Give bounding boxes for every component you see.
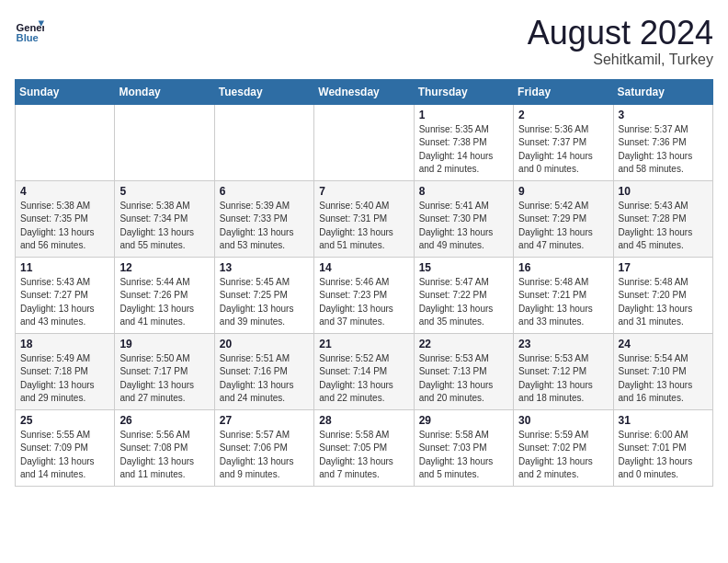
svg-text:Blue: Blue	[17, 32, 39, 43]
column-header-sunday: Sunday	[16, 79, 115, 104]
day-number: 30	[518, 414, 608, 427]
calendar-cell: 15Sunrise: 5:47 AM Sunset: 7:22 PM Dayli…	[414, 257, 513, 333]
calendar-week-row: 25Sunrise: 5:55 AM Sunset: 7:09 PM Dayli…	[16, 409, 713, 486]
day-number: 29	[419, 414, 508, 427]
column-header-thursday: Thursday	[414, 79, 513, 104]
day-info: Sunrise: 6:00 AM Sunset: 7:01 PM Dayligh…	[619, 429, 708, 482]
day-info: Sunrise: 5:44 AM Sunset: 7:26 PM Dayligh…	[119, 276, 209, 329]
day-info: Sunrise: 5:58 AM Sunset: 7:03 PM Dayligh…	[419, 429, 508, 482]
page-header: General Blue August 2024 Sehitkamil, Tur…	[15, 15, 713, 68]
day-info: Sunrise: 5:58 AM Sunset: 7:05 PM Dayligh…	[319, 429, 408, 482]
calendar-week-row: 1Sunrise: 5:35 AM Sunset: 7:38 PM Daylig…	[16, 104, 713, 180]
day-info: Sunrise: 5:39 AM Sunset: 7:33 PM Dayligh…	[220, 200, 309, 253]
day-number: 14	[319, 261, 408, 274]
column-header-tuesday: Tuesday	[214, 79, 313, 104]
day-info: Sunrise: 5:41 AM Sunset: 7:30 PM Dayligh…	[419, 200, 508, 253]
calendar-cell: 16Sunrise: 5:48 AM Sunset: 7:21 PM Dayli…	[514, 257, 613, 333]
day-info: Sunrise: 5:38 AM Sunset: 7:34 PM Dayligh…	[119, 200, 209, 253]
calendar-cell: 17Sunrise: 5:48 AM Sunset: 7:20 PM Dayli…	[613, 257, 712, 333]
day-info: Sunrise: 5:43 AM Sunset: 7:27 PM Dayligh…	[20, 276, 109, 329]
day-number: 21	[319, 338, 408, 350]
day-number: 26	[119, 414, 209, 427]
calendar-cell: 27Sunrise: 5:57 AM Sunset: 7:06 PM Dayli…	[214, 409, 313, 486]
day-info: Sunrise: 5:55 AM Sunset: 7:09 PM Dayligh…	[20, 429, 109, 482]
calendar-cell: 9Sunrise: 5:42 AM Sunset: 7:29 PM Daylig…	[514, 180, 613, 257]
calendar-week-row: 11Sunrise: 5:43 AM Sunset: 7:27 PM Dayli…	[16, 257, 713, 333]
column-header-friday: Friday	[514, 79, 613, 104]
day-info: Sunrise: 5:53 AM Sunset: 7:13 PM Dayligh…	[419, 352, 508, 406]
calendar-week-row: 4Sunrise: 5:38 AM Sunset: 7:35 PM Daylig…	[16, 180, 713, 257]
day-number: 31	[619, 414, 708, 427]
day-info: Sunrise: 5:52 AM Sunset: 7:14 PM Dayligh…	[319, 352, 408, 406]
calendar-body: 1Sunrise: 5:35 AM Sunset: 7:38 PM Daylig…	[16, 104, 713, 486]
day-number: 17	[619, 261, 708, 274]
calendar-header-row: SundayMondayTuesdayWednesdayThursdayFrid…	[16, 79, 713, 104]
day-info: Sunrise: 5:45 AM Sunset: 7:25 PM Dayligh…	[220, 276, 309, 329]
logo-icon: General Blue	[15, 15, 44, 44]
calendar-cell: 22Sunrise: 5:53 AM Sunset: 7:13 PM Dayli…	[414, 333, 513, 409]
day-info: Sunrise: 5:48 AM Sunset: 7:20 PM Dayligh…	[619, 276, 708, 329]
day-number: 7	[319, 185, 408, 198]
day-info: Sunrise: 5:56 AM Sunset: 7:08 PM Dayligh…	[119, 429, 209, 482]
calendar-cell: 11Sunrise: 5:43 AM Sunset: 7:27 PM Dayli…	[16, 257, 115, 333]
day-number: 11	[20, 261, 109, 274]
calendar-table: SundayMondayTuesdayWednesdayThursdayFrid…	[15, 79, 713, 487]
day-info: Sunrise: 5:40 AM Sunset: 7:31 PM Dayligh…	[319, 200, 408, 253]
day-number: 18	[20, 338, 109, 350]
day-number: 22	[419, 338, 508, 350]
column-header-monday: Monday	[115, 79, 214, 104]
day-info: Sunrise: 5:59 AM Sunset: 7:02 PM Dayligh…	[518, 429, 608, 482]
day-info: Sunrise: 5:53 AM Sunset: 7:12 PM Dayligh…	[518, 352, 608, 406]
calendar-cell: 18Sunrise: 5:49 AM Sunset: 7:18 PM Dayli…	[16, 333, 115, 409]
day-number: 15	[419, 261, 508, 274]
day-info: Sunrise: 5:42 AM Sunset: 7:29 PM Dayligh…	[518, 200, 608, 253]
calendar-cell: 8Sunrise: 5:41 AM Sunset: 7:30 PM Daylig…	[414, 180, 513, 257]
day-info: Sunrise: 5:51 AM Sunset: 7:16 PM Dayligh…	[220, 352, 309, 406]
calendar-cell: 2Sunrise: 5:36 AM Sunset: 7:37 PM Daylig…	[514, 104, 613, 180]
calendar-cell	[314, 104, 414, 180]
calendar-cell: 20Sunrise: 5:51 AM Sunset: 7:16 PM Dayli…	[214, 333, 313, 409]
day-info: Sunrise: 5:46 AM Sunset: 7:23 PM Dayligh…	[319, 276, 408, 329]
day-number: 19	[119, 338, 209, 350]
location-subtitle: Sehitkamil, Turkey	[528, 52, 713, 68]
day-number: 8	[419, 185, 508, 198]
calendar-cell: 14Sunrise: 5:46 AM Sunset: 7:23 PM Dayli…	[314, 257, 414, 333]
calendar-cell	[16, 104, 115, 180]
day-number: 27	[220, 414, 309, 427]
calendar-cell: 10Sunrise: 5:43 AM Sunset: 7:28 PM Dayli…	[613, 180, 712, 257]
calendar-cell: 12Sunrise: 5:44 AM Sunset: 7:26 PM Dayli…	[115, 257, 214, 333]
calendar-cell: 29Sunrise: 5:58 AM Sunset: 7:03 PM Dayli…	[414, 409, 513, 486]
day-info: Sunrise: 5:49 AM Sunset: 7:18 PM Dayligh…	[20, 352, 109, 406]
calendar-cell: 26Sunrise: 5:56 AM Sunset: 7:08 PM Dayli…	[115, 409, 214, 486]
calendar-cell	[115, 104, 214, 180]
day-number: 1	[419, 109, 508, 121]
day-info: Sunrise: 5:54 AM Sunset: 7:10 PM Dayligh…	[619, 352, 708, 406]
day-number: 6	[220, 185, 309, 198]
calendar-cell: 6Sunrise: 5:39 AM Sunset: 7:33 PM Daylig…	[214, 180, 313, 257]
column-header-wednesday: Wednesday	[314, 79, 414, 104]
calendar-cell: 4Sunrise: 5:38 AM Sunset: 7:35 PM Daylig…	[16, 180, 115, 257]
calendar-week-row: 18Sunrise: 5:49 AM Sunset: 7:18 PM Dayli…	[16, 333, 713, 409]
day-number: 13	[220, 261, 309, 274]
calendar-cell: 24Sunrise: 5:54 AM Sunset: 7:10 PM Dayli…	[613, 333, 712, 409]
calendar-cell: 23Sunrise: 5:53 AM Sunset: 7:12 PM Dayli…	[514, 333, 613, 409]
day-number: 12	[119, 261, 209, 274]
day-info: Sunrise: 5:43 AM Sunset: 7:28 PM Dayligh…	[619, 200, 708, 253]
day-number: 16	[518, 261, 608, 274]
day-info: Sunrise: 5:38 AM Sunset: 7:35 PM Dayligh…	[20, 200, 109, 253]
day-info: Sunrise: 5:47 AM Sunset: 7:22 PM Dayligh…	[419, 276, 508, 329]
day-number: 20	[220, 338, 309, 350]
calendar-cell: 31Sunrise: 6:00 AM Sunset: 7:01 PM Dayli…	[613, 409, 712, 486]
calendar-cell: 13Sunrise: 5:45 AM Sunset: 7:25 PM Dayli…	[214, 257, 313, 333]
day-number: 10	[619, 185, 708, 198]
calendar-cell	[214, 104, 313, 180]
calendar-cell: 19Sunrise: 5:50 AM Sunset: 7:17 PM Dayli…	[115, 333, 214, 409]
day-number: 2	[518, 109, 608, 121]
day-info: Sunrise: 5:35 AM Sunset: 7:38 PM Dayligh…	[419, 123, 508, 177]
day-info: Sunrise: 5:48 AM Sunset: 7:21 PM Dayligh…	[518, 276, 608, 329]
day-number: 9	[518, 185, 608, 198]
day-number: 25	[20, 414, 109, 427]
calendar-cell: 1Sunrise: 5:35 AM Sunset: 7:38 PM Daylig…	[414, 104, 513, 180]
calendar-cell: 7Sunrise: 5:40 AM Sunset: 7:31 PM Daylig…	[314, 180, 414, 257]
calendar-cell: 3Sunrise: 5:37 AM Sunset: 7:36 PM Daylig…	[613, 104, 712, 180]
